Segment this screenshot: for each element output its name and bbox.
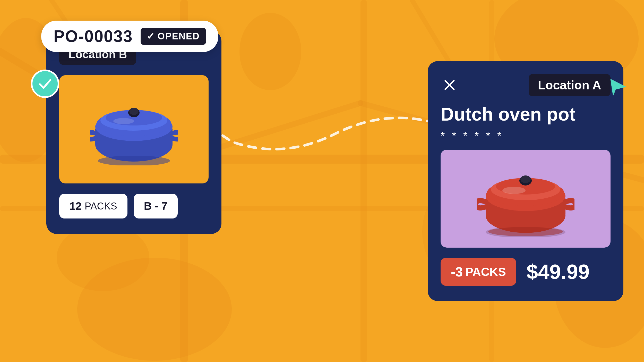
status-check: ✓: [147, 31, 155, 42]
pot-blue-svg: [90, 93, 178, 165]
svg-point-38: [520, 175, 531, 183]
svg-point-14: [239, 13, 301, 90]
product-image-a: [441, 150, 611, 248]
packs-label: PACKS: [85, 201, 117, 212]
svg-point-26: [113, 118, 134, 124]
svg-point-24: [129, 108, 139, 115]
status-text: OPENED: [158, 31, 200, 42]
svg-point-15: [57, 224, 149, 291]
svg-marker-29: [611, 79, 626, 96]
packs-count: 12: [70, 200, 82, 212]
discount-badge: -3 PACKS: [441, 258, 516, 286]
product-stars: * * * * * *: [441, 130, 611, 142]
product-title: Dutch oven pot: [441, 104, 611, 124]
product-price: $49.99: [527, 260, 590, 284]
po-number: PO-00033: [54, 27, 133, 46]
svg-rect-3: [360, 0, 367, 362]
po-badge: PO-00033 ✓ OPENED: [41, 21, 218, 52]
svg-point-40: [488, 227, 563, 236]
location-b-card: Location B 12 PACKS: [46, 31, 221, 234]
location-a-badge: Location A: [529, 74, 611, 96]
discount-amount: -3: [451, 264, 463, 280]
price-row: -3 PACKS $49.99: [441, 258, 611, 286]
check-circle-badge: [31, 70, 59, 98]
close-button[interactable]: [441, 76, 459, 94]
info-badges: 12 PACKS B - 7: [59, 194, 209, 218]
location-a-card: Location A Dutch oven pot * * * * * *: [428, 61, 623, 301]
svg-point-39: [502, 187, 526, 194]
cursor-arrow-icon: [608, 76, 629, 97]
check-icon: [37, 76, 53, 91]
product-image-b: [59, 75, 209, 183]
location-code: B - 7: [144, 200, 167, 212]
packs-badge: 12 PACKS: [59, 194, 127, 218]
po-status-badge: ✓ OPENED: [141, 28, 206, 45]
location-code-badge: B - 7: [134, 194, 178, 218]
card-header: Location A: [441, 74, 611, 96]
pot-red-svg: [477, 160, 574, 237]
discount-label: PACKS: [465, 265, 506, 279]
